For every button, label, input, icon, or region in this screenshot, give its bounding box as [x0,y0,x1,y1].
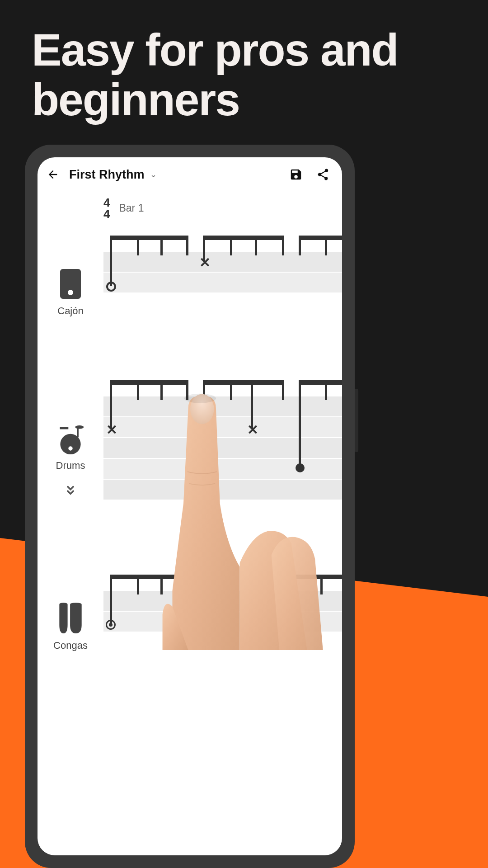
cajon-icon [58,267,83,301]
share-button[interactable] [315,166,331,183]
notation-drums[interactable]: ✕ ✕ ✕ [103,380,342,516]
svg-rect-4 [60,427,68,429]
share-icon [316,168,330,181]
instrument-name: Congas [53,640,88,651]
bar-label: Bar 1 [119,202,144,214]
instrument-name: Drums [56,460,85,472]
phone-screen: First Rhythm ⌄ 4 4 Bar 1 [38,157,342,855]
instrument-selector-cajon[interactable]: Cajón [38,236,103,330]
rhythm-title-dropdown[interactable]: First Rhythm ⌄ [69,168,281,182]
notation-cajon[interactable]: ✕ [103,236,342,330]
time-signature[interactable]: 4 4 [103,197,110,219]
note-cross: ✕ [106,422,117,438]
arrow-left-icon [47,168,59,181]
phone-power-button [355,389,358,452]
app-header: First Rhythm ⌄ [38,157,342,192]
note-cross: ✕ [199,255,211,270]
instrument-name: Cajón [57,305,83,317]
expand-button[interactable] [64,485,77,498]
rhythm-title: First Rhythm [69,168,145,182]
svg-point-3 [68,447,72,451]
instrument-row-congas: Congas [38,575,342,665]
save-icon [289,168,303,181]
back-button[interactable] [44,165,62,184]
save-button[interactable] [288,166,304,183]
instrument-selector-congas[interactable]: Congas [38,575,103,665]
time-sig-bottom: 4 [103,208,110,220]
instrument-row-cajon: Cajón ✕ [38,236,342,330]
phone-frame: First Rhythm ⌄ 4 4 Bar 1 [25,145,355,868]
header-actions [288,166,336,183]
congas-icon [56,602,85,635]
note-cross: ✕ [199,422,211,438]
notation-congas[interactable] [103,575,342,665]
svg-point-1 [68,290,73,295]
promo-headline: Easy for pros and beginners [0,0,488,124]
svg-point-6 [75,425,84,429]
svg-rect-5 [77,428,79,438]
drums-icon [55,425,86,455]
instrument-selector-drums[interactable]: Drums [38,380,103,516]
instrument-row-drums: Drums ✕ [38,380,342,516]
time-signature-row: 4 4 Bar 1 [38,192,342,219]
chevron-down-icon: ⌄ [150,170,157,179]
note-cross: ✕ [247,422,258,438]
double-chevron-down-icon [64,485,77,496]
time-sig-top: 4 [103,197,110,208]
